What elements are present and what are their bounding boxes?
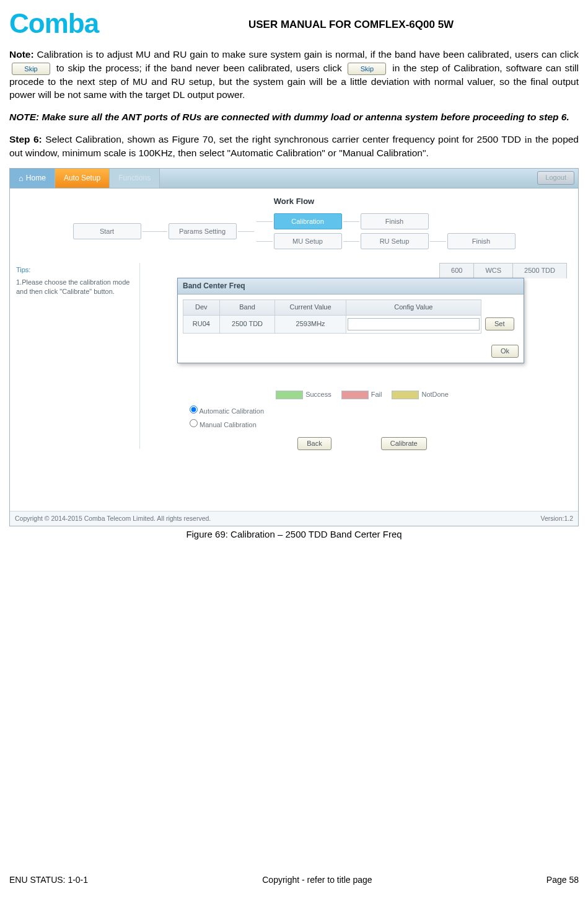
back-button[interactable]: Back bbox=[297, 437, 331, 450]
config-value-input[interactable] bbox=[348, 318, 480, 330]
note-part2: to skip the process; if the band never b… bbox=[53, 63, 345, 73]
freq-table: Dev Band Current Value Config Value RU04… bbox=[183, 299, 519, 334]
tab-2500tdd[interactable]: 2500 TDD bbox=[512, 263, 567, 278]
tips-panel: Tips: 1.Please choose the calibration mo… bbox=[16, 263, 140, 449]
step6-paragraph: Step 6: Select Calibration, shown as Fig… bbox=[9, 133, 579, 159]
step6-body-a: Select Calibration, shown as Figure 70, … bbox=[42, 134, 525, 144]
nav-spacer bbox=[160, 169, 537, 188]
note-prefix: Note: bbox=[9, 49, 34, 60]
col-band: Band bbox=[219, 300, 275, 315]
wf-start[interactable]: Start bbox=[73, 223, 141, 239]
legend-success-swatch bbox=[276, 391, 303, 399]
workflow: Start Params Setting Calibration Finish … bbox=[16, 213, 572, 249]
col-config: Config Value bbox=[346, 300, 481, 315]
skip-button-inline-2[interactable]: Skip bbox=[348, 63, 386, 75]
logout-button[interactable]: Logout bbox=[537, 171, 574, 185]
navbar: Home Auto Setup Functions Logout bbox=[10, 169, 578, 188]
cell-band: 2500 TDD bbox=[219, 315, 275, 333]
page-header: Comba USER MANUAL FOR COMFLEX-6Q00 5W bbox=[9, 12, 579, 34]
logo: Comba bbox=[9, 12, 99, 34]
wf-ru-setup[interactable]: RU Setup bbox=[361, 233, 429, 249]
version-text: Version:1.2 bbox=[540, 514, 573, 523]
tab-600[interactable]: 600 bbox=[439, 263, 474, 278]
set-button[interactable]: Set bbox=[485, 317, 514, 330]
legend-notdone-swatch bbox=[392, 391, 419, 399]
legend-success: Success bbox=[305, 391, 331, 398]
legend-fail-swatch bbox=[341, 391, 369, 399]
radio-manual-label[interactable]: Manual Calibration bbox=[190, 419, 572, 430]
legend-fail: Fail bbox=[371, 391, 382, 398]
wf-mu-setup[interactable]: MU Setup bbox=[274, 233, 342, 249]
radio-manual[interactable] bbox=[190, 419, 198, 427]
legend: Success Fail NotDone bbox=[152, 390, 572, 399]
wf-calibration[interactable]: Calibration bbox=[274, 213, 342, 229]
cell-current: 2593MHz bbox=[275, 315, 346, 333]
copyright-text: Copyright © 2014-2015 Comba Telecom Limi… bbox=[15, 514, 211, 523]
note-italic: NOTE: Make sure all the ANT ports of RUs… bbox=[9, 110, 579, 124]
app-screenshot: Home Auto Setup Functions Logout Work Fl… bbox=[9, 168, 579, 526]
radio-manual-text: Manual Calibration bbox=[200, 421, 257, 428]
calibrate-button[interactable]: Calibrate bbox=[381, 437, 427, 450]
wf-finish-top[interactable]: Finish bbox=[361, 213, 429, 229]
wf-line bbox=[257, 221, 273, 222]
table-row: RU04 2500 TDD 2593MHz Set bbox=[183, 315, 519, 333]
note-part1: Calibration is to adjust MU and RU gain … bbox=[34, 49, 579, 60]
tips-title: Tips: bbox=[16, 265, 133, 275]
band-center-freq-dialog: Band Center Freq Dev Band Current Value … bbox=[177, 278, 524, 363]
nav-functions[interactable]: Functions bbox=[110, 169, 160, 188]
bottom-buttons: Back Calibrate bbox=[152, 437, 572, 450]
wf-line bbox=[143, 231, 167, 232]
col-dev: Dev bbox=[183, 300, 220, 315]
manual-title: USER MANUAL FOR COMFLEX-6Q00 5W bbox=[123, 15, 579, 32]
ok-button[interactable]: Ok bbox=[491, 345, 519, 358]
skip-button-inline-1[interactable]: Skip bbox=[12, 63, 50, 75]
legend-notdone: NotDone bbox=[421, 391, 448, 398]
wf-line bbox=[430, 241, 446, 242]
wf-line bbox=[257, 241, 273, 242]
radio-auto-text: Automatic Calibration bbox=[199, 407, 264, 415]
wf-line bbox=[343, 241, 359, 242]
tab-wcs[interactable]: WCS bbox=[473, 263, 513, 278]
workflow-title: Work Flow bbox=[16, 196, 572, 207]
dialog-title: Band Center Freq bbox=[178, 278, 524, 294]
note-paragraph: Note: Calibration is to adjust MU and RU… bbox=[9, 48, 579, 102]
calibration-mode-radios: Automatic Calibration Manual Calibration bbox=[190, 405, 572, 430]
nav-auto-setup[interactable]: Auto Setup bbox=[55, 169, 110, 188]
content-area: Work Flow Start Params Setting Calibrati… bbox=[10, 188, 578, 511]
wf-line bbox=[238, 231, 254, 232]
app-footer: Copyright © 2014-2015 Comba Telecom Limi… bbox=[10, 511, 578, 526]
tips-body: 1.Please choose the calibration mode and… bbox=[16, 278, 133, 297]
figure-caption: Figure 69: Calibration – 2500 TDD Band C… bbox=[9, 528, 579, 541]
right-body: 600 WCS 2500 TDD Band Center Freq Dev Ba… bbox=[152, 263, 572, 456]
step6-prefix: Step 6: bbox=[9, 134, 42, 144]
cell-dev: RU04 bbox=[183, 315, 220, 333]
radio-auto[interactable] bbox=[190, 405, 198, 414]
wf-finish-bottom[interactable]: Finish bbox=[447, 233, 516, 249]
radio-auto-label[interactable]: Automatic Calibration bbox=[190, 405, 572, 416]
wf-params[interactable]: Params Setting bbox=[169, 223, 237, 239]
wf-line bbox=[343, 221, 359, 222]
step6-in: in bbox=[524, 134, 532, 144]
nav-home[interactable]: Home bbox=[10, 169, 55, 188]
col-current: Current Value bbox=[275, 300, 346, 315]
band-tabs: 600 WCS 2500 TDD bbox=[152, 263, 567, 278]
